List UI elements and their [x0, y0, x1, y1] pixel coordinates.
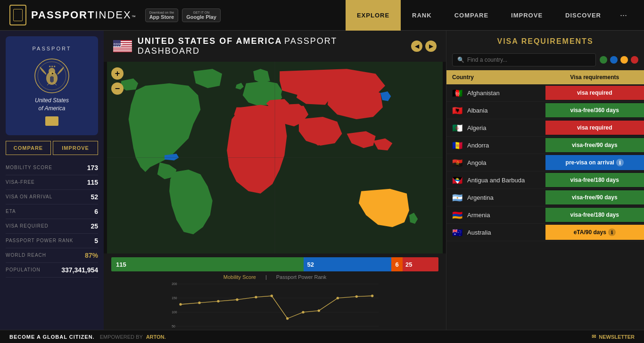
nav-discover[interactable]: DISCOVER: [554, 0, 612, 31]
dashboard-country: UNITED STATES OF AMERICA: [138, 36, 282, 46]
country-flag: 🇦🇩: [452, 141, 463, 149]
chart-label-rank: Passport Power Rank: [276, 274, 326, 280]
stat-population: POPULATION 337,341,954: [6, 263, 98, 278]
chart-label-divider: |: [265, 274, 267, 280]
filter-blue-dot[interactable]: [610, 56, 618, 64]
stat-visa-required-value: 25: [91, 222, 98, 230]
zoom-in-button[interactable]: +: [111, 67, 124, 80]
passport-country-name: United Statesof America: [15, 97, 89, 113]
compare-improve-buttons: COMPARE IMPROVE: [6, 141, 98, 155]
nav-improve[interactable]: IMPROVE: [500, 0, 554, 31]
map-controls: + −: [111, 67, 124, 95]
countries-list[interactable]: 🇦🇫 Afghanistan visa required 🇦🇱 Albania …: [446, 84, 644, 343]
compare-button[interactable]: COMPARE: [6, 141, 51, 155]
header-left: PASSPORT INDEX ™ Download on the App Sto…: [9, 5, 221, 25]
nav-explore[interactable]: EXPLORE: [346, 0, 401, 31]
visa-status-cell: visa required: [545, 121, 644, 135]
visa-req-title: VISA REQUIREMENTS: [456, 37, 635, 46]
score-bar-section: 115 52 6 25: [104, 253, 446, 273]
stat-world-reach-value: 87%: [85, 252, 98, 259]
filter-green-dot[interactable]: [600, 56, 607, 64]
passport-chip: [45, 116, 58, 126]
newsletter-button[interactable]: ✉ NEWSLETTER: [592, 334, 635, 340]
visa-status-cell: pre-visa on arrival ℹ: [545, 155, 644, 170]
svg-point-37: [286, 317, 289, 319]
list-item: 🇦🇴 Angola pre-visa on arrival ℹ: [446, 154, 644, 172]
visa-status-text: visa-free/180 days: [570, 212, 619, 218]
filter-red-dot[interactable]: [631, 56, 638, 64]
header: PASSPORT INDEX ™ Download on the App Sto…: [0, 0, 644, 31]
country-name-cell: 🇦🇩 Andorra: [446, 137, 545, 154]
country-name-cell: 🇩🇿 Algeria: [446, 119, 545, 136]
visa-status-text: eTA/90 days: [574, 229, 606, 236]
country-flag: 🇦🇫: [452, 89, 463, 97]
chart-labels-row: Mobility Score | Passport Power Rank: [104, 273, 446, 281]
search-input[interactable]: [467, 57, 591, 63]
stat-mobility-score-label: MOBILITY SCORE: [6, 165, 52, 170]
country-name-cell: 🇦🇴 Angola: [446, 154, 545, 171]
stat-passport-power-rank-label: PASSPORT POWER RANK: [6, 238, 73, 243]
nav-compare[interactable]: COMPARE: [443, 0, 500, 31]
chart-label-mobility: Mobility Score: [223, 274, 256, 280]
footer: BECOME A GLOBAL CITIZEN. EMPOWERED BY AR…: [0, 330, 644, 343]
footer-powered-by: EMPOWERED BY: [100, 334, 143, 340]
visa-status-cell: visa-free/180 days: [545, 208, 644, 222]
list-item: 🇦🇺 Australia eTA/90 days ℹ: [446, 224, 644, 241]
dashboard-nav-arrows: ◀ ▶: [411, 41, 437, 52]
country-name-cell: 🇦🇺 Australia: [446, 224, 545, 241]
nav-rank[interactable]: RANK: [401, 0, 443, 31]
svg-point-35: [255, 296, 257, 298]
country-name-cell: 🇦🇷 Argentina: [446, 189, 545, 206]
info-icon[interactable]: ℹ: [616, 159, 624, 166]
svg-point-38: [302, 311, 304, 313]
svg-text:200: 200: [172, 282, 177, 286]
visa-status-text: visa-free/90 days: [572, 194, 618, 201]
svg-text:★★★: ★★★: [49, 65, 56, 68]
svg-point-36: [271, 294, 273, 297]
stat-population-value: 337,341,954: [61, 266, 98, 274]
country-name: Australia: [467, 229, 491, 236]
svg-text:50: 50: [172, 325, 175, 328]
list-item: 🇩🇿 Algeria visa required: [446, 119, 644, 137]
search-icon: 🔍: [457, 57, 464, 63]
stat-mobility-score-value: 173: [87, 164, 98, 172]
country-flag: 🇦🇴: [452, 159, 463, 166]
us-flag: ★★★★★★ ★★★★★: [113, 40, 132, 52]
next-country-arrow[interactable]: ▶: [425, 41, 437, 52]
svg-point-31: [179, 303, 182, 305]
visa-status-text: visa required: [577, 90, 612, 96]
stat-passport-power-rank: PASSPORT POWER RANK 5: [6, 234, 98, 248]
svg-point-39: [318, 310, 320, 312]
world-map[interactable]: [104, 62, 446, 253]
improve-button[interactable]: IMPROVE: [53, 141, 98, 155]
logo-inner-icon: [13, 9, 23, 21]
footer-left: BECOME A GLOBAL CITIZEN. EMPOWERED BY AR…: [9, 334, 166, 340]
google-play-badge[interactable]: GET IT ON Google Play: [182, 8, 221, 22]
country-name-cell: 🇦🇫 Afghanistan: [446, 84, 545, 101]
zoom-out-button[interactable]: −: [111, 82, 124, 95]
visa-status-cell: eTA/90 days ℹ: [545, 225, 644, 240]
app-store-badge[interactable]: Download on the App Store: [145, 8, 179, 22]
prev-country-arrow[interactable]: ◀: [411, 41, 422, 52]
country-name: Antigua and Barbuda: [467, 177, 525, 184]
app-store-top: Download on the: [149, 11, 174, 14]
visa-status-text: visa-free/360 days: [570, 107, 619, 114]
passport-chip-row: [15, 116, 89, 126]
list-item: 🇦🇷 Argentina visa-free/90 days: [446, 189, 644, 206]
country-flag: 🇦🇲: [452, 211, 463, 219]
svg-text:150: 150: [172, 296, 177, 300]
visa-status-cell: visa-free/90 days: [545, 190, 644, 204]
country-name-cell: 🇦🇲 Armenia: [446, 206, 545, 223]
filter-orange-dot[interactable]: [620, 56, 628, 64]
score-on-arrival-value: 52: [307, 261, 314, 268]
country-flag: 🇦🇬: [452, 176, 463, 184]
visa-status-cell: visa required: [545, 86, 644, 100]
info-icon[interactable]: ℹ: [608, 229, 616, 236]
logo-icon: [9, 5, 26, 25]
nav-more[interactable]: ···: [612, 0, 635, 31]
passport-card-title: PASSPORT: [15, 46, 89, 51]
list-item: 🇦🇬 Antigua and Barbuda visa-free/180 day…: [446, 172, 644, 189]
footer-brand: ARTON.: [146, 334, 166, 340]
stat-visa-on-arrival: VISA ON ARRIVAL 52: [6, 190, 98, 204]
search-box[interactable]: 🔍: [452, 53, 596, 66]
